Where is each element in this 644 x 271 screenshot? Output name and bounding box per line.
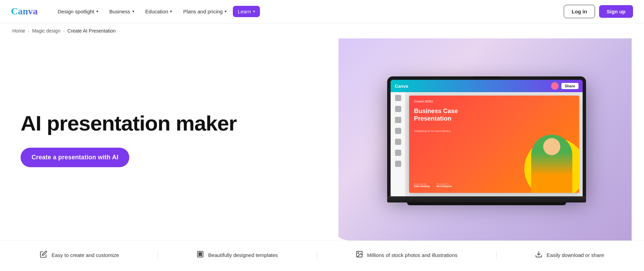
- feature-divider-1: [158, 251, 158, 259]
- editor-topbar: Canva Share: [391, 80, 583, 92]
- svg-rect-4: [201, 255, 202, 256]
- feature-easy-create-text: Easy to create and customize: [51, 252, 119, 258]
- feature-templates: Beautifully designed templates: [196, 250, 278, 260]
- chevron-down-icon: ▾: [225, 9, 227, 14]
- chevron-down-icon: ▾: [170, 9, 172, 14]
- slide-footer: Presented By: Ellen Dowling Presented To…: [414, 183, 452, 187]
- editor-sidebar: [391, 92, 406, 196]
- edit-icon: [40, 250, 47, 260]
- signup-button[interactable]: Sign up: [599, 5, 633, 18]
- sidebar-elements-icon[interactable]: [395, 128, 401, 134]
- breadcrumb-home[interactable]: Home: [12, 28, 25, 34]
- nav-actions: Log in Sign up: [564, 5, 633, 18]
- breadcrumb-magic-design[interactable]: Magic design: [32, 28, 61, 34]
- feature-divider-2: [317, 251, 317, 259]
- canva-logo[interactable]: Canva: [11, 5, 42, 19]
- sidebar-pages-icon[interactable]: [395, 95, 401, 101]
- editor-user-avatar: [551, 82, 559, 90]
- breadcrumb: Home › Magic design › Create AI Presenta…: [0, 23, 644, 38]
- chevron-down-icon: ▾: [96, 9, 98, 14]
- sidebar-uploads-icon[interactable]: [395, 139, 401, 145]
- nav-item-design-spotlight[interactable]: Design spotlight ▾: [53, 6, 103, 17]
- laptop-screen-outer: Canva Share: [387, 76, 586, 196]
- sidebar-more-icon[interactable]: [395, 161, 401, 167]
- nav-item-learn[interactable]: Learn ▾: [233, 6, 260, 17]
- chevron-down-icon: ▾: [253, 9, 255, 14]
- feature-stock-photos-text: Millions of stock photos and illustratio…: [367, 252, 457, 258]
- hero-left: AI presentation maker Create a presentat…: [21, 112, 338, 167]
- features-bar: Easy to create and customize Beautifully…: [0, 241, 644, 269]
- slide-title: Business Case Presentation: [414, 108, 458, 122]
- feature-download: Easily download or share: [535, 250, 604, 260]
- nav-item-plans-pricing[interactable]: Plans and pricing ▾: [178, 6, 231, 17]
- feature-stock-photos: Millions of stock photos and illustratio…: [356, 250, 457, 260]
- sidebar-grid-icon[interactable]: [395, 106, 401, 112]
- feature-templates-text: Beautifully designed templates: [208, 252, 278, 258]
- breadcrumb-separator: ›: [63, 28, 64, 34]
- nav-item-education[interactable]: Education ▾: [141, 6, 177, 17]
- editor-canvas: Crowd ZERO Business Case Presentation St…: [406, 92, 583, 196]
- nav-item-business[interactable]: Business ▾: [105, 6, 139, 17]
- laptop: Canva Share: [387, 76, 586, 202]
- chevron-down-icon: ▾: [132, 9, 134, 14]
- login-button[interactable]: Log in: [564, 5, 595, 18]
- laptop-base: [387, 196, 586, 202]
- slide-presented-to: Presented To: Ben Adeyemi: [437, 183, 452, 187]
- breadcrumb-current: Create AI Presentation: [68, 28, 116, 34]
- laptop-notch: [473, 76, 500, 78]
- editor-topbar-right: Share: [551, 82, 579, 90]
- create-presentation-button[interactable]: Create a presentation with AI: [21, 148, 129, 167]
- nav-links: Design spotlight ▾ Business ▾ Education …: [53, 6, 564, 17]
- sidebar-text-icon[interactable]: [395, 117, 401, 123]
- hero-right: Canva Share: [338, 38, 632, 241]
- navbar: Canva Design spotlight ▾ Business ▾ Educ…: [0, 0, 644, 23]
- editor-share-button[interactable]: Share: [561, 83, 579, 89]
- laptop-mockup: Canva Share: [338, 45, 632, 234]
- breadcrumb-separator: ›: [28, 28, 29, 34]
- feature-download-text: Easily download or share: [547, 252, 604, 258]
- editor-logo: Canva: [395, 84, 408, 89]
- svg-rect-3: [199, 255, 200, 256]
- svg-point-6: [358, 252, 359, 254]
- photo-icon: [356, 250, 363, 260]
- slide-person-figure: [531, 135, 572, 193]
- editor-body: Crowd ZERO Business Case Presentation St…: [391, 92, 583, 196]
- svg-rect-2: [199, 252, 202, 254]
- feature-divider-3: [496, 251, 497, 259]
- hero-section: AI presentation maker Create a presentat…: [0, 38, 644, 241]
- laptop-screen: Canva Share: [391, 80, 583, 196]
- sidebar-photos-icon[interactable]: [395, 150, 401, 156]
- svg-text:Canva: Canva: [11, 6, 38, 16]
- slide-presented-by: Presented By: Ellen Dowling: [414, 183, 430, 187]
- templates-icon: [196, 250, 204, 260]
- slide-preview: Crowd ZERO Business Case Presentation St…: [409, 96, 579, 193]
- feature-easy-create: Easy to create and customize: [40, 250, 119, 260]
- slide-subtitle: Strategizing for our future direction: [414, 130, 451, 132]
- slide-person-head: [543, 138, 560, 155]
- download-icon: [535, 250, 542, 260]
- hero-title: AI presentation maker: [21, 112, 325, 135]
- slide-brand: Crowd ZERO: [414, 100, 433, 103]
